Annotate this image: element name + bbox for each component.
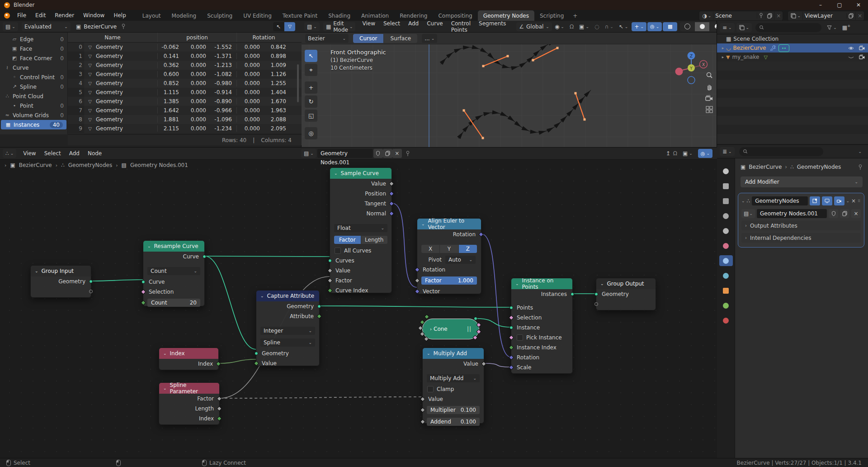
checkbox[interactable] <box>335 248 341 254</box>
navigation-gizmo[interactable]: Z X Y <box>674 51 708 85</box>
properties-tab-world[interactable] <box>719 240 733 251</box>
snap-settings-dropdown[interactable]: ▣⌄ <box>576 22 592 31</box>
breadcrumb-modifier[interactable]: GeometryNodes <box>68 162 112 168</box>
properties-tab-scene[interactable] <box>719 225 733 236</box>
shading-material-button[interactable] <box>710 22 717 31</box>
new-collection-button[interactable]: ▦+ <box>840 23 854 32</box>
node-menu-select[interactable]: Select <box>40 150 65 157</box>
socket-output-position[interactable] <box>389 191 394 196</box>
socket-input-factor[interactable] <box>327 278 332 283</box>
socket-output-rotation[interactable] <box>478 232 483 237</box>
breadcrumb-object[interactable]: BezierCurve <box>19 162 52 168</box>
socket-input-rotation[interactable] <box>415 267 420 272</box>
toggle-option-length[interactable]: Length <box>361 236 388 244</box>
outliner-search[interactable] <box>755 23 821 32</box>
visibility-eye-closed-icon[interactable] <box>848 55 854 60</box>
socket-input-geometry[interactable] <box>255 352 258 355</box>
domain-point-cloud[interactable]: ∴Point Cloud <box>0 91 67 101</box>
domain-face[interactable]: ▣Face0 <box>0 44 67 53</box>
node-dropdown-spline[interactable]: Spline⌄ <box>260 338 315 347</box>
snap-magnet-icon[interactable]: Ω <box>567 22 576 31</box>
viewport-3d[interactable]: ▧⌄ ▦ Edit Mode⌄ ViewSelectAddCurveContro… <box>302 21 717 147</box>
collapse-icon[interactable]: ⌄ <box>147 244 151 248</box>
render-display-toggle[interactable] <box>834 196 844 205</box>
outliner-item-beziercurve[interactable]: ▸ ◡ BezierCurve <box>717 43 868 52</box>
socket-input-multiplier[interactable] <box>420 407 425 412</box>
display-mode-dropdown[interactable]: ⌄ <box>736 23 752 32</box>
node-resample-curve[interactable]: ⌄Resample CurveCurveCount⌄CurveSelection… <box>143 240 205 306</box>
node-dropdown-float[interactable]: Float⌄ <box>334 224 387 232</box>
node-sample-curve[interactable]: ⌄Sample CurveValuePositionTangentNormalF… <box>330 167 392 293</box>
menu-render[interactable]: Render <box>50 10 79 21</box>
socket[interactable] <box>474 317 477 320</box>
socket-input-points[interactable] <box>509 306 513 310</box>
workspace-tab-modeling[interactable]: Modeling <box>166 10 202 22</box>
node-tree-type-icon[interactable]: ▤⌄ <box>301 149 316 158</box>
socket-output-index[interactable] <box>217 416 222 421</box>
object-name[interactable]: BezierCurve <box>733 45 766 51</box>
node-spline-parameter[interactable]: ⌄Spline ParameterFactorLengthIndex <box>159 382 220 425</box>
snap-magnet-icon[interactable]: Ω <box>673 150 677 157</box>
maximize-button[interactable]: ▢ <box>830 0 849 10</box>
workspace-tab-shading[interactable]: Shading <box>323 10 356 22</box>
socket-output-factor[interactable] <box>217 396 222 401</box>
socket-input-rotation[interactable] <box>509 355 514 360</box>
extra-tool-settings[interactable]: ...⌄ <box>422 34 437 43</box>
evaluation-mode-dropdown[interactable]: Evaluated⌄ <box>22 22 71 31</box>
internal-dependencies-section[interactable]: › Internal Dependencies <box>741 233 861 243</box>
pin-icon[interactable] <box>121 24 126 29</box>
proportional-editing-icon[interactable]: ◌ <box>592 22 602 31</box>
domain-edge[interactable]: ▱Edge0 <box>0 34 67 44</box>
node-capture-attribute[interactable]: ⌄Capture AttributeGeometryAttributeInteg… <box>256 290 320 366</box>
table-row[interactable]: 4▽Geometry0.8520.000-0.9800.0001.255 <box>68 79 302 88</box>
control-point[interactable] <box>575 92 577 95</box>
new-node-tree-icon[interactable] <box>840 209 849 218</box>
node-menu-add[interactable]: Add <box>65 150 84 157</box>
properties-tab-modifiers[interactable] <box>719 255 733 266</box>
domain-face-corner[interactable]: ◩Face Corner0 <box>0 53 67 63</box>
camera-view-icon[interactable] <box>705 95 713 101</box>
tool-cursor[interactable]: ⌖ <box>305 64 317 76</box>
socket-output-attribute[interactable] <box>316 314 321 319</box>
mode-dropdown[interactable]: ▦ Edit Mode⌄ <box>323 22 356 31</box>
tool-scale[interactable]: ◱ <box>305 110 317 122</box>
node-value-multiplier[interactable]: Multiplier0.100 <box>427 406 480 414</box>
pin-icon[interactable] <box>406 151 410 157</box>
node-canvas[interactable]: ›▣ BezierCurve ›∴ GeometryNodes ›▤ Geome… <box>0 160 717 458</box>
socket-output-curve[interactable] <box>203 255 206 258</box>
domain-curve[interactable]: ≀Curve <box>0 63 67 72</box>
column-header-rotation[interactable]: Rotation <box>236 33 291 42</box>
workspace-tab-geometry-nodes[interactable]: Geometry Nodes <box>478 10 534 22</box>
viewlayer-name[interactable]: ViewLayer <box>802 12 846 20</box>
curve-type-dropdown[interactable]: Bezier⌄ <box>305 34 349 43</box>
filter-dropdown[interactable]: ⌄ <box>824 23 840 32</box>
menu-file[interactable]: File <box>13 10 31 21</box>
collapse-icon[interactable]: ⌄ <box>163 351 167 356</box>
control-point[interactable] <box>507 55 509 57</box>
viewport-menu-view[interactable]: View <box>358 21 379 33</box>
fake-user-shield-icon[interactable] <box>373 149 383 158</box>
gizmos-toggle[interactable]: +⌄ <box>632 22 646 31</box>
socket-input-value[interactable] <box>327 268 332 273</box>
output-attributes-section[interactable]: › Output Attributes <box>741 221 861 230</box>
control-point[interactable] <box>463 110 465 112</box>
socket-input-selection[interactable] <box>509 315 514 320</box>
outliner-item-my-snake[interactable]: ▸ ▼ my_snake ▽ <box>717 52 868 62</box>
domain-instances[interactable]: ▦Instances40 <box>1 120 66 129</box>
transform-orientation-dropdown[interactable]: ∠ Global⌄ <box>516 22 552 31</box>
new-node-tree-icon[interactable] <box>383 149 392 158</box>
toggle-option-z[interactable]: Z <box>459 245 477 253</box>
collapse-arrow-icon[interactable]: ⌄ <box>741 199 745 203</box>
drag-handle-icon[interactable]: ⠿ <box>858 199 861 203</box>
socket-input-value[interactable] <box>420 396 425 401</box>
expand-arrow-icon[interactable]: ▸ <box>720 46 726 50</box>
remove-viewlayer-icon[interactable]: × <box>855 12 864 20</box>
domain-control-point[interactable]: ◦Control Point0 <box>0 72 67 82</box>
table-row[interactable]: 9▽Geometry2.1150.000-1.2340.0002.095 <box>68 124 302 133</box>
render-visibility-icon[interactable] <box>859 45 865 51</box>
domain-spline[interactable]: ↗Spline0 <box>0 82 67 91</box>
spreadsheet-scrollbar[interactable] <box>297 64 299 102</box>
node-align-euler[interactable]: ⌄Align Euler to VectorRotationXYZPivotAu… <box>417 218 481 294</box>
breadcrumb-object[interactable]: BezierCurve <box>749 164 782 170</box>
close-button[interactable]: ✕ <box>849 0 868 10</box>
